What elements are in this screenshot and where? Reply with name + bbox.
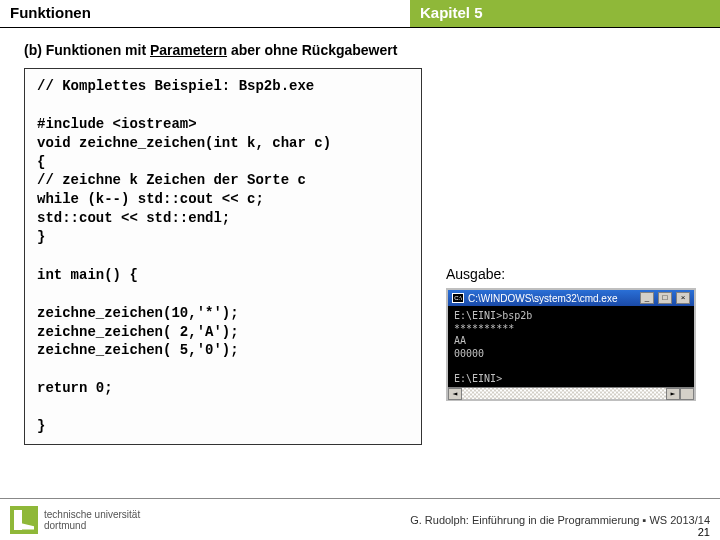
code-line: zeichne_zeichen( 5,'0');	[37, 341, 409, 360]
credit-line: G. Rudolph: Einführung in die Programmie…	[140, 514, 710, 526]
code-line: zeichne_zeichen(10,'*');	[37, 304, 409, 323]
code-line: // Komplettes Beispiel: Bsp2b.exe	[37, 77, 409, 96]
resize-grip-icon[interactable]	[680, 388, 694, 400]
scroll-left-icon[interactable]: ◄	[448, 388, 462, 400]
terminal-titlebar: C:\ C:\WINDOWS\system32\cmd.exe _ □ ×	[448, 290, 694, 306]
terminal-window: C:\ C:\WINDOWS\system32\cmd.exe _ □ × E:…	[446, 288, 696, 401]
slide-header: Funktionen Kapitel 5	[0, 0, 720, 28]
output-label: Ausgabe:	[446, 266, 696, 282]
terminal-body: E:\EINI>bsp2b ********** AA 00000 E:\EIN…	[448, 306, 694, 387]
code-line: return 0;	[37, 379, 409, 398]
header-right-chapter: Kapitel 5	[410, 0, 720, 27]
scroll-track[interactable]	[462, 388, 666, 399]
close-button[interactable]: ×	[676, 292, 690, 304]
terminal-scrollbar[interactable]: ◄ ►	[448, 387, 694, 399]
code-line: }	[37, 228, 409, 247]
code-line: }	[37, 417, 409, 436]
code-line: while (k--) std::cout << c;	[37, 190, 409, 209]
university-logo: technische universität dortmund	[10, 506, 140, 534]
uni-line2: dortmund	[44, 520, 140, 531]
code-line: int main() {	[37, 266, 409, 285]
subtitle-underlined: Parametern	[150, 42, 227, 58]
subtitle: (b) Funktionen mit Parametern aber ohne …	[24, 42, 696, 58]
subtitle-suffix: aber ohne Rückgabewert	[227, 42, 397, 58]
code-line: zeichne_zeichen( 2,'A');	[37, 323, 409, 342]
code-line: void zeichne_zeichen(int k, char c)	[37, 134, 409, 153]
code-line: std::cout << std::endl;	[37, 209, 409, 228]
header-left-title: Funktionen	[0, 0, 410, 27]
maximize-button[interactable]: □	[658, 292, 672, 304]
minimize-button[interactable]: _	[640, 292, 654, 304]
code-line: // zeichne k Zeichen der Sorte c	[37, 171, 409, 190]
uni-line1: technische universität	[44, 509, 140, 520]
cmd-icon: C:\	[452, 293, 464, 303]
code-line: {	[37, 153, 409, 172]
code-line: #include <iostream>	[37, 115, 409, 134]
code-box: // Komplettes Beispiel: Bsp2b.exe #inclu…	[24, 68, 422, 445]
terminal-title-text: C:\WINDOWS\system32\cmd.exe	[468, 293, 617, 304]
output-area: Ausgabe: C:\ C:\WINDOWS\system32\cmd.exe…	[446, 266, 696, 401]
university-name: technische universität dortmund	[44, 509, 140, 531]
tu-logo-icon	[10, 506, 38, 534]
slide-footer: technische universität dortmund G. Rudol…	[0, 498, 720, 540]
subtitle-prefix: (b) Funktionen mit	[24, 42, 150, 58]
scroll-right-icon[interactable]: ►	[666, 388, 680, 400]
page-number: 21	[698, 526, 710, 538]
